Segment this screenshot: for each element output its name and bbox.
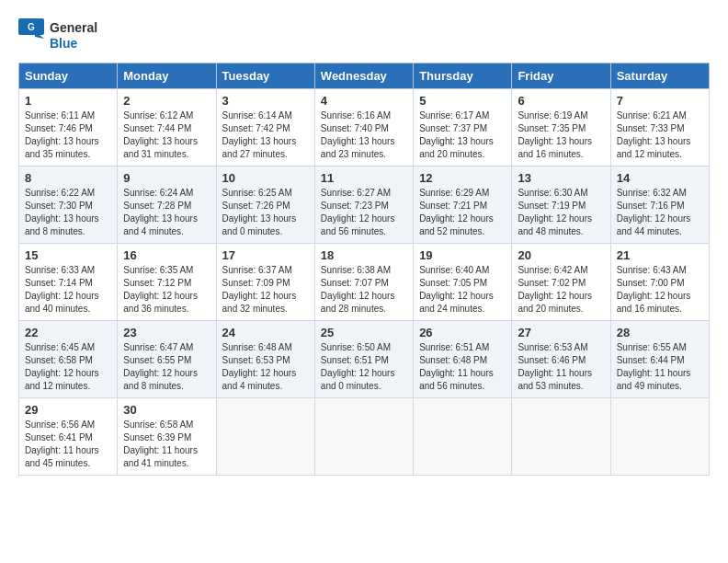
day-number: 24: [222, 326, 309, 339]
calendar-day-header: Tuesday: [216, 63, 314, 89]
day-info: Sunrise: 6:47 AMSunset: 6:55 PMDaylight:…: [123, 342, 198, 391]
header: G General Blue: [18, 18, 710, 53]
day-number: 18: [321, 248, 407, 262]
day-info: Sunrise: 6:40 AMSunset: 7:05 PMDaylight:…: [419, 265, 494, 314]
calendar-week-row: 22 Sunrise: 6:45 AMSunset: 6:58 PMDaylig…: [19, 321, 710, 398]
calendar-day-cell: 27 Sunrise: 6:53 AMSunset: 6:46 PMDaylig…: [512, 321, 610, 398]
calendar-day-cell: 26 Sunrise: 6:51 AMSunset: 6:48 PMDaylig…: [414, 321, 512, 398]
calendar-day-cell: 29 Sunrise: 6:56 AMSunset: 6:41 PMDaylig…: [19, 398, 118, 476]
day-info: Sunrise: 6:56 AMSunset: 6:41 PMDaylight:…: [25, 419, 99, 468]
day-number: 21: [617, 248, 703, 262]
day-info: Sunrise: 6:37 AMSunset: 7:09 PMDaylight:…: [222, 265, 297, 314]
day-number: 15: [25, 248, 111, 262]
day-info: Sunrise: 6:19 AMSunset: 7:35 PMDaylight:…: [518, 110, 592, 159]
calendar-week-row: 29 Sunrise: 6:56 AMSunset: 6:41 PMDaylig…: [19, 398, 710, 476]
day-number: 10: [222, 171, 309, 185]
calendar-week-row: 1 Sunrise: 6:11 AMSunset: 7:46 PMDayligh…: [19, 89, 710, 167]
calendar-day-cell: 28 Sunrise: 6:55 AMSunset: 6:44 PMDaylig…: [610, 321, 709, 398]
calendar-day-cell: 15 Sunrise: 6:33 AMSunset: 7:14 PMDaylig…: [19, 244, 118, 321]
day-number: 14: [617, 171, 703, 185]
day-info: Sunrise: 6:27 AMSunset: 7:23 PMDaylight:…: [321, 188, 395, 236]
day-number: 2: [123, 94, 210, 108]
day-info: Sunrise: 6:25 AMSunset: 7:26 PMDaylight:…: [222, 188, 297, 236]
day-info: Sunrise: 6:12 AMSunset: 7:44 PMDaylight:…: [123, 110, 198, 159]
calendar-day-header: Wednesday: [314, 63, 413, 89]
calendar-day-cell: 25 Sunrise: 6:50 AMSunset: 6:51 PMDaylig…: [314, 321, 413, 398]
day-info: Sunrise: 6:50 AMSunset: 6:51 PMDaylight:…: [321, 342, 395, 391]
day-number: 12: [419, 171, 506, 185]
day-info: Sunrise: 6:51 AMSunset: 6:48 PMDaylight:…: [419, 342, 494, 391]
day-number: 9: [123, 171, 210, 185]
day-info: Sunrise: 6:55 AMSunset: 6:44 PMDaylight:…: [617, 342, 691, 391]
calendar-day-header: Thursday: [414, 63, 512, 89]
calendar-day-cell: 23 Sunrise: 6:47 AMSunset: 6:55 PMDaylig…: [118, 321, 216, 398]
logo-name-blue: Blue: [50, 36, 97, 52]
day-number: 28: [617, 326, 703, 339]
day-number: 29: [25, 403, 111, 417]
calendar-day-cell: [314, 398, 413, 476]
day-info: Sunrise: 6:58 AMSunset: 6:39 PMDaylight:…: [123, 419, 198, 468]
day-info: Sunrise: 6:42 AMSunset: 7:02 PMDaylight:…: [518, 265, 592, 314]
day-number: 8: [25, 171, 111, 185]
day-info: Sunrise: 6:17 AMSunset: 7:37 PMDaylight:…: [419, 110, 494, 159]
calendar-day-cell: 9 Sunrise: 6:24 AMSunset: 7:28 PMDayligh…: [118, 167, 216, 244]
day-info: Sunrise: 6:21 AMSunset: 7:33 PMDaylight:…: [617, 110, 691, 159]
calendar-day-cell: 2 Sunrise: 6:12 AMSunset: 7:44 PMDayligh…: [118, 89, 216, 167]
calendar-day-cell: 18 Sunrise: 6:38 AMSunset: 7:07 PMDaylig…: [314, 244, 413, 321]
calendar-day-cell: 3 Sunrise: 6:14 AMSunset: 7:42 PMDayligh…: [216, 89, 314, 167]
day-info: Sunrise: 6:24 AMSunset: 7:28 PMDaylight:…: [123, 188, 198, 236]
calendar-day-cell: 7 Sunrise: 6:21 AMSunset: 7:33 PMDayligh…: [610, 89, 709, 167]
day-info: Sunrise: 6:45 AMSunset: 6:58 PMDaylight:…: [25, 342, 99, 391]
logo-name-general: General: [50, 20, 97, 36]
calendar-day-cell: 16 Sunrise: 6:35 AMSunset: 7:12 PMDaylig…: [118, 244, 216, 321]
calendar-day-cell: 19 Sunrise: 6:40 AMSunset: 7:05 PMDaylig…: [414, 244, 512, 321]
day-number: 30: [123, 403, 210, 417]
calendar-day-cell: 21 Sunrise: 6:43 AMSunset: 7:00 PMDaylig…: [610, 244, 709, 321]
day-number: 19: [419, 248, 506, 262]
calendar-day-cell: 6 Sunrise: 6:19 AMSunset: 7:35 PMDayligh…: [512, 89, 610, 167]
calendar-day-cell: [216, 398, 314, 476]
logo-graphic: G: [18, 18, 46, 53]
day-number: 25: [321, 326, 407, 339]
calendar-day-cell: 4 Sunrise: 6:16 AMSunset: 7:40 PMDayligh…: [314, 89, 413, 167]
day-number: 20: [518, 248, 604, 262]
day-number: 26: [419, 326, 506, 339]
day-info: Sunrise: 6:38 AMSunset: 7:07 PMDaylight:…: [321, 265, 395, 314]
day-number: 1: [25, 94, 111, 108]
day-info: Sunrise: 6:16 AMSunset: 7:40 PMDaylight:…: [321, 110, 395, 159]
calendar-day-cell: 20 Sunrise: 6:42 AMSunset: 7:02 PMDaylig…: [512, 244, 610, 321]
day-number: 7: [617, 94, 703, 108]
day-number: 16: [123, 248, 210, 262]
calendar-day-cell: 11 Sunrise: 6:27 AMSunset: 7:23 PMDaylig…: [314, 167, 413, 244]
day-info: Sunrise: 6:14 AMSunset: 7:42 PMDaylight:…: [222, 110, 297, 159]
day-info: Sunrise: 6:22 AMSunset: 7:30 PMDaylight:…: [25, 188, 99, 236]
calendar-day-cell: [610, 398, 709, 476]
day-number: 6: [518, 94, 604, 108]
calendar-day-header: Sunday: [19, 63, 118, 89]
day-number: 27: [518, 326, 604, 339]
calendar-day-header: Friday: [512, 63, 610, 89]
calendar-day-header: Saturday: [610, 63, 709, 89]
day-info: Sunrise: 6:11 AMSunset: 7:46 PMDaylight:…: [25, 110, 99, 159]
calendar-day-cell: 22 Sunrise: 6:45 AMSunset: 6:58 PMDaylig…: [19, 321, 118, 398]
day-info: Sunrise: 6:30 AMSunset: 7:19 PMDaylight:…: [518, 188, 592, 236]
day-number: 11: [321, 171, 407, 185]
day-info: Sunrise: 6:53 AMSunset: 6:46 PMDaylight:…: [518, 342, 592, 391]
day-info: Sunrise: 6:43 AMSunset: 7:00 PMDaylight:…: [617, 265, 691, 314]
calendar-day-cell: 30 Sunrise: 6:58 AMSunset: 6:39 PMDaylig…: [118, 398, 216, 476]
calendar-day-cell: 5 Sunrise: 6:17 AMSunset: 7:37 PMDayligh…: [414, 89, 512, 167]
day-info: Sunrise: 6:29 AMSunset: 7:21 PMDaylight:…: [419, 188, 494, 236]
calendar-day-cell: [414, 398, 512, 476]
calendar-header-row: SundayMondayTuesdayWednesdayThursdayFrid…: [19, 63, 710, 89]
calendar-day-cell: 17 Sunrise: 6:37 AMSunset: 7:09 PMDaylig…: [216, 244, 314, 321]
calendar-day-cell: 8 Sunrise: 6:22 AMSunset: 7:30 PMDayligh…: [19, 167, 118, 244]
calendar-day-cell: 12 Sunrise: 6:29 AMSunset: 7:21 PMDaylig…: [414, 167, 512, 244]
calendar-day-cell: 13 Sunrise: 6:30 AMSunset: 7:19 PMDaylig…: [512, 167, 610, 244]
calendar-day-cell: 14 Sunrise: 6:32 AMSunset: 7:16 PMDaylig…: [610, 167, 709, 244]
day-info: Sunrise: 6:32 AMSunset: 7:16 PMDaylight:…: [617, 188, 691, 236]
calendar-day-header: Monday: [118, 63, 216, 89]
calendar-week-row: 8 Sunrise: 6:22 AMSunset: 7:30 PMDayligh…: [19, 167, 710, 244]
day-info: Sunrise: 6:48 AMSunset: 6:53 PMDaylight:…: [222, 342, 297, 391]
day-number: 13: [518, 171, 604, 185]
calendar-day-cell: 10 Sunrise: 6:25 AMSunset: 7:26 PMDaylig…: [216, 167, 314, 244]
